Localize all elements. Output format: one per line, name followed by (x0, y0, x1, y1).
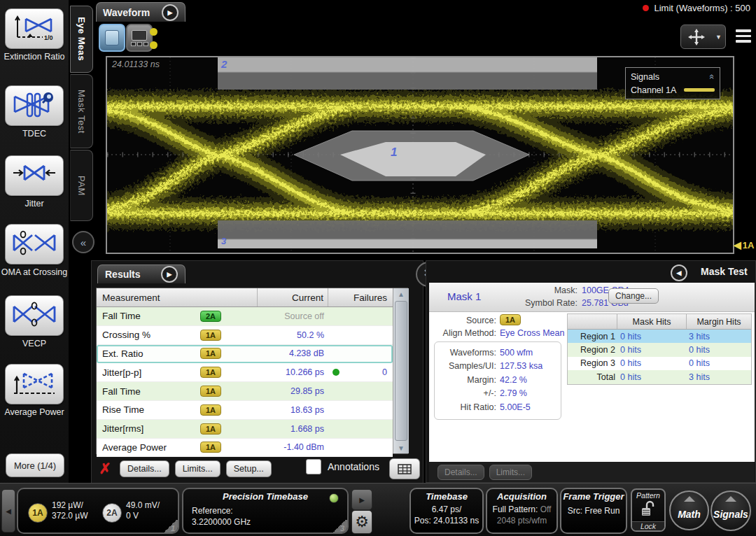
table-row[interactable]: Fall Time1A 29.85 ps (97, 382, 393, 401)
table-row[interactable]: Average Power1A -1.40 dBm (97, 439, 393, 458)
tab-eye-meas[interactable]: Eye Meas (70, 6, 93, 73)
mask-panel-back-icon[interactable]: ◀ (671, 265, 687, 281)
channel-badge: 1A (200, 442, 221, 453)
split-display-button[interactable] (126, 24, 153, 52)
play-icon[interactable]: ▶ (162, 4, 178, 21)
scrollbar-thumb[interactable] (395, 301, 407, 441)
marker-left-icon: ◀ (734, 239, 741, 251)
table-row[interactable]: Total 0 hits 3 hits (568, 370, 751, 383)
table-row[interactable]: Rise Time1A 18.63 ps (97, 401, 393, 420)
table-row[interactable]: Jitter[rms]1A 1.668 ps (97, 420, 393, 439)
mask-limits-button-disabled[interactable]: Limits... (489, 465, 532, 480)
oma-at-crossing-icon[interactable] (5, 224, 64, 265)
measurement-value: 10.266 ps (258, 367, 328, 377)
channel-2a-badge[interactable]: 2A (102, 503, 122, 523)
panel-number: 3 (338, 524, 346, 533)
setup-button[interactable]: Setup... (226, 460, 272, 477)
signals-legend[interactable]: Signals « Channel 1A (625, 67, 720, 99)
table-row-selected[interactable]: Ext. Ratio1A 4.238 dB (97, 345, 393, 364)
frame-trigger-panel[interactable]: Frame Trigger Src: Free Run (560, 488, 627, 534)
measurement-value: 4.238 dB (258, 348, 328, 358)
status-dot-icon (150, 28, 158, 36)
sidebar-item-extinction-ratio[interactable]: 1/0 Extinction Ratio (0, 8, 69, 62)
lock-label: Lock (632, 521, 664, 530)
pattern-label: Pattern (632, 491, 664, 500)
align-method-label: Align Method: (429, 328, 496, 338)
samples-ui-value: 127.53 ksa (500, 361, 542, 371)
sidebar-collapse-icon[interactable]: « (72, 231, 94, 253)
signals-up-arrow-icon (725, 496, 736, 502)
scroll-up-icon[interactable]: ▲ (398, 288, 405, 299)
mask-region-1-label: 1 (391, 146, 397, 160)
more-measurements-button[interactable]: More (1/4) (6, 453, 64, 477)
table-row[interactable]: Fall Time2A Source off (97, 307, 393, 326)
details-button[interactable]: Details... (120, 460, 169, 477)
average-power-icon[interactable] (5, 364, 64, 404)
table-row[interactable]: Region 2 0 hits 0 hits (568, 343, 751, 356)
pan-tool-button[interactable] (680, 24, 713, 49)
flexdca-screen: 1/0 Extinction Ratio TDEC (0, 0, 756, 536)
mask-region-top (218, 57, 597, 90)
table-row[interactable]: Region 3 0 hits 0 hits (568, 357, 751, 370)
math-button[interactable]: Math (669, 491, 709, 530)
tab-pam[interactable]: PAM (70, 150, 93, 221)
change-mask-button[interactable]: Change... (608, 288, 659, 304)
results-play-icon[interactable]: ▶ (161, 266, 178, 283)
table-row[interactable]: Crossing %1A 50.2 % (97, 326, 393, 345)
measurement-value: 29.85 ps (258, 386, 328, 396)
channel-badge: 1A (200, 367, 221, 378)
limits-button[interactable]: Limits... (175, 460, 220, 477)
pattern-lock-panel[interactable]: Pattern Lock (631, 488, 666, 532)
tab-mask-test[interactable]: Mask Test (70, 74, 93, 148)
channel-1a-badge[interactable]: 1A (28, 503, 48, 523)
mask-summary-strip: Mask 1 Mask: Symbol Rate: 100GE-SR4 25.7… (429, 283, 755, 312)
eye-diagram-plot[interactable]: 24.01133 ns 2 3 1 Signals « Channel 1A (106, 56, 734, 254)
status-dot-icon (150, 41, 158, 49)
extinction-ratio-icon[interactable]: 1/0 (5, 8, 64, 49)
precision-timebase-panel[interactable]: Precision Timebase Reference: 3.2200000 … (182, 488, 349, 534)
single-display-button[interactable] (99, 24, 125, 52)
col-mask-hits: Mask Hits (617, 314, 686, 329)
results-buttons: ✗ Details... Limits... Setup... (96, 458, 272, 480)
annotations-checkbox[interactable] (306, 459, 321, 474)
col-margin-hits: Margin Hits (686, 314, 751, 329)
mask-test-footer: Details... Limits... (429, 462, 755, 482)
sidebar-item-average-power[interactable]: Average Power (0, 364, 69, 417)
sidebar-item-oma-at-crossing[interactable]: OMA at Crossing (0, 224, 69, 277)
signals-button[interactable]: Signals (710, 491, 751, 531)
table-view-button[interactable] (389, 458, 420, 479)
measurement-name: Ext. Ratio (102, 348, 144, 359)
timebase-position: Pos: 24.01133 ns (411, 516, 482, 526)
table-row[interactable]: Jitter[p-p]1A 10.266 ps 0 (97, 363, 393, 382)
sidebar-item-jitter[interactable]: Jitter (0, 155, 69, 209)
math-button-label: Math (678, 509, 701, 520)
timebase-panel[interactable]: Timebase 6.47 ps/ Pos: 24.01133 ns (410, 488, 484, 534)
channel-badge: 1A (200, 423, 221, 435)
results-tab[interactable]: Results ▶ (97, 265, 186, 283)
channel-badge: 1A (200, 330, 221, 341)
frame-trigger-title: Frame Trigger (561, 491, 626, 502)
table-row[interactable]: Region 1 0 hits 3 hits (568, 330, 751, 343)
pan-dropdown-icon[interactable]: ▼ (712, 24, 726, 49)
legend-collapse-icon[interactable]: « (707, 74, 718, 79)
scroll-panels-right-icon[interactable]: ▶ (351, 489, 372, 510)
acquisition-panel[interactable]: Acquisition Full Pattern: Off 2048 pts/w… (486, 488, 558, 534)
channels-panel[interactable]: 1A 192 µW/ 372.0 µW 2A 49.0 mV/ 0 V 1 (17, 488, 179, 534)
delete-measurement-icon[interactable]: ✗ (96, 460, 114, 477)
single-display-icon (105, 30, 119, 45)
sidebar-item-vecp[interactable]: VECP (0, 295, 69, 348)
timebase-scale: 6.47 ps/ (411, 505, 482, 514)
sidebar-item-tdec[interactable]: TDEC (0, 85, 69, 139)
vecp-icon[interactable] (5, 295, 64, 336)
tdec-icon[interactable] (5, 85, 64, 126)
results-scrollbar[interactable]: ▲ ▼ (393, 288, 409, 453)
mask-details-button-disabled[interactable]: Details... (438, 465, 484, 480)
menu-icon[interactable] (732, 26, 755, 46)
reference-label: Reference: (192, 506, 233, 516)
scroll-panels-left-icon[interactable]: ◀ (1, 489, 15, 533)
scroll-down-icon[interactable]: ▼ (398, 442, 405, 453)
settings-gear-icon[interactable]: ⚙ (351, 510, 372, 534)
measurement-sidebar: 1/0 Extinction Ratio TDEC (0, 0, 69, 536)
jitter-icon[interactable] (5, 155, 64, 196)
tab-waveform[interactable]: Waveform ▶ (96, 2, 186, 22)
